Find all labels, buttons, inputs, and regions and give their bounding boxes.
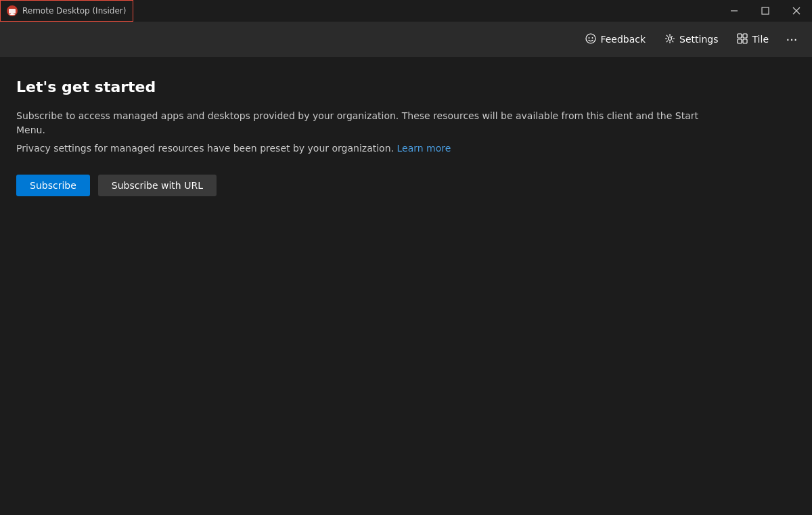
- settings-button[interactable]: Settings: [656, 29, 726, 50]
- subscribe-url-button[interactable]: Subscribe with URL: [98, 175, 217, 196]
- more-options-button[interactable]: ···: [780, 27, 804, 51]
- window-controls: [719, 0, 812, 22]
- minimize-button[interactable]: [719, 0, 750, 22]
- privacy-text: Privacy settings for managed resources h…: [16, 143, 394, 154]
- svg-rect-5: [762, 7, 769, 14]
- more-icon: ···: [786, 32, 797, 47]
- svg-rect-14: [738, 39, 742, 43]
- description-privacy: Privacy settings for managed resources h…: [16, 141, 796, 156]
- feedback-icon: [585, 33, 596, 46]
- app-title: Remote Desktop (Insider): [22, 6, 126, 16]
- svg-point-8: [586, 34, 595, 43]
- close-button[interactable]: [781, 0, 812, 22]
- feedback-button[interactable]: Feedback: [577, 29, 654, 50]
- learn-more-link[interactable]: Learn more: [397, 143, 451, 154]
- svg-rect-15: [743, 39, 747, 43]
- button-group: Subscribe Subscribe with URL: [16, 175, 796, 196]
- subscribe-button[interactable]: Subscribe: [16, 175, 90, 196]
- svg-point-9: [589, 37, 590, 39]
- tile-label: Tile: [752, 34, 769, 45]
- page-title: Let's get started: [16, 79, 796, 95]
- description-line1: Subscribe to access managed apps and des…: [16, 109, 727, 137]
- svg-rect-1: [9, 9, 16, 14]
- feedback-label: Feedback: [600, 34, 646, 45]
- tile-button[interactable]: Tile: [729, 29, 777, 50]
- svg-rect-13: [743, 34, 747, 38]
- svg-rect-12: [738, 34, 742, 38]
- settings-label: Settings: [679, 34, 718, 45]
- svg-rect-3: [9, 14, 15, 15]
- main-content: Let's get started Subscribe to access ma…: [0, 57, 812, 515]
- toolbar: Feedback Settings Tile ···: [0, 22, 812, 57]
- svg-point-10: [592, 37, 593, 39]
- settings-icon: [664, 33, 675, 46]
- title-bar-left: Remote Desktop (Insider): [0, 0, 133, 22]
- title-bar: Remote Desktop (Insider): [0, 0, 812, 22]
- tile-icon: [737, 33, 748, 46]
- app-icon: [6, 5, 18, 17]
- maximize-button[interactable]: [750, 0, 781, 22]
